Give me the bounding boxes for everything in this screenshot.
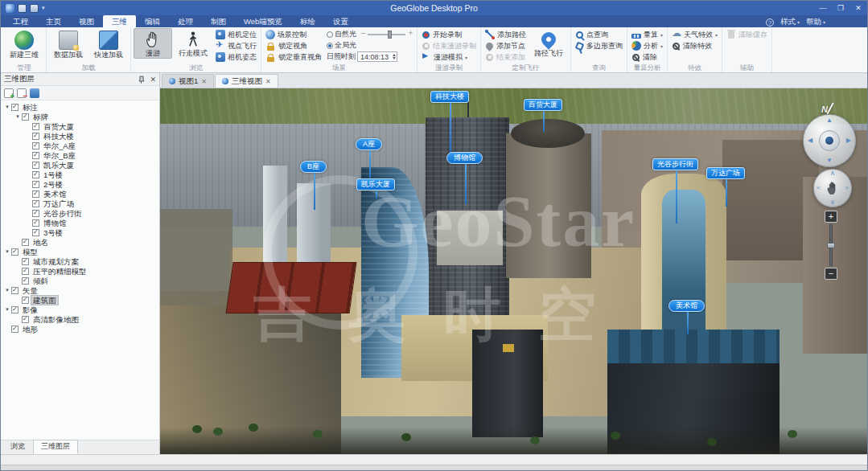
tree-item-华尔_A座[interactable]: 华尔_A座 xyxy=(1,141,159,150)
layer-checkbox[interactable] xyxy=(32,219,39,227)
billboard-A座[interactable]: A座 xyxy=(356,138,382,150)
global-light-radio[interactable] xyxy=(327,43,333,49)
remove-layer-icon[interactable] xyxy=(17,88,27,98)
ribbon-button-天气特效[interactable]: 天气特效 xyxy=(670,29,719,40)
billboard-label[interactable]: 凯乐大厦 xyxy=(356,178,395,190)
ribbon-button-清除特效[interactable]: 清除特效 xyxy=(670,40,719,51)
billboard-光谷步行街[interactable]: 光谷步行街 xyxy=(652,158,698,170)
tree-item-建筑面[interactable]: 建筑面 xyxy=(1,295,159,305)
ribbon-tab-Web端预览[interactable]: Web端预览 xyxy=(235,15,291,27)
layer-checkbox[interactable] xyxy=(22,258,29,265)
ribbon-button-视点飞行[interactable]: 视点飞行 xyxy=(214,40,258,51)
ribbon-tab-设置[interactable]: 设置 xyxy=(324,15,357,27)
tree-item-凯乐大厦[interactable]: 凯乐大厦 xyxy=(1,160,159,170)
expander-icon[interactable]: ▾ xyxy=(3,287,11,293)
expander-icon[interactable]: ▾ xyxy=(3,306,11,313)
billboard-label[interactable]: 百货大厦 xyxy=(524,99,562,111)
ribbon-button-漫游[interactable]: 漫游 xyxy=(134,28,172,59)
billboard-博物馆[interactable]: 博物馆 xyxy=(446,152,483,164)
menu-item-样式[interactable]: 样式 xyxy=(780,17,800,27)
tree-item-1号楼[interactable]: 1号楼 xyxy=(1,170,159,179)
billboard-label[interactable]: 科技大楼 xyxy=(430,91,469,103)
zoom-thumb[interactable] xyxy=(827,243,835,248)
add-layer-icon[interactable] xyxy=(4,88,14,98)
document-tab-三维视图[interactable]: 三维视图✕ xyxy=(215,74,278,88)
expander-icon[interactable]: ▾ xyxy=(3,248,11,255)
time-spinner[interactable] xyxy=(393,54,396,59)
ribbon-button-相机姿态[interactable]: 相机姿态 xyxy=(214,51,258,63)
ribbon-button-行走模式[interactable]: 行走模式 xyxy=(174,28,212,59)
layer-checkbox[interactable] xyxy=(32,200,39,207)
ribbon-tab-视图[interactable]: 视图 xyxy=(70,15,103,27)
layer-checkbox[interactable] xyxy=(11,287,19,294)
save-icon[interactable] xyxy=(18,4,27,13)
ribbon-button-添加路径[interactable]: 添加路径 xyxy=(483,29,528,40)
layer-checkbox[interactable] xyxy=(22,239,29,246)
close-button[interactable]: ✕ xyxy=(849,1,867,15)
tree-item-3号楼[interactable]: 3号楼 xyxy=(1,227,159,237)
tree-item-2号楼[interactable]: 2号楼 xyxy=(1,179,159,189)
compass-north-icon[interactable]: N xyxy=(821,104,828,114)
layer-checkbox[interactable] xyxy=(32,181,39,188)
quick-access-caret-icon[interactable] xyxy=(42,5,45,11)
light-intensity-slider[interactable] xyxy=(361,30,413,39)
slider-thumb[interactable] xyxy=(388,31,392,39)
ribbon-button-锁定视角[interactable]: 锁定视角 xyxy=(264,40,323,51)
tree-item-标注[interactable]: ▾标注 xyxy=(1,102,159,112)
rotate-right-icon[interactable]: ▶ xyxy=(846,137,851,144)
billboard-label[interactable]: 博物馆 xyxy=(446,152,483,164)
ribbon-tab-处理[interactable]: 处理 xyxy=(169,15,202,27)
ribbon-button-分析[interactable]: 分析 xyxy=(630,40,664,51)
layer-style-icon[interactable] xyxy=(30,88,39,98)
ribbon-button-新建三维[interactable]: 新建三维 xyxy=(5,28,43,60)
billboard-美术馆[interactable]: 美术馆 xyxy=(668,300,705,312)
layer-checkbox[interactable] xyxy=(11,326,19,333)
layer-checkbox[interactable] xyxy=(22,316,29,323)
tree-item-倾斜[interactable]: 倾斜 xyxy=(1,276,159,285)
expander-icon[interactable]: ▾ xyxy=(14,113,22,120)
zoom-in-button[interactable]: + xyxy=(825,211,837,223)
tree-item-高清影像地图[interactable]: 高清影像地图 xyxy=(1,314,159,324)
document-tab-视图1[interactable]: 视图1✕ xyxy=(162,74,214,88)
pan-down-icon[interactable]: ∨ xyxy=(830,199,835,206)
layer-checkbox[interactable] xyxy=(32,142,39,149)
ribbon-tab-工程[interactable]: 工程 xyxy=(4,15,37,27)
ribbon-button-场景控制[interactable]: 场景控制 xyxy=(264,29,323,40)
app-logo-icon[interactable] xyxy=(6,4,14,13)
panel-tab-浏览[interactable]: 浏览 xyxy=(2,440,33,454)
help-icon[interactable]: ? xyxy=(766,18,774,27)
pan-control[interactable]: ∧ ∨ < > xyxy=(813,169,852,207)
pin-icon[interactable] xyxy=(138,76,146,84)
layer-checkbox[interactable] xyxy=(11,248,19,256)
tree-item-标牌[interactable]: ▾标牌 xyxy=(1,112,159,121)
tab-close-icon[interactable]: ✕ xyxy=(265,78,271,85)
sun-time-input[interactable]: 14:08:13 xyxy=(357,51,397,62)
tree-item-影像[interactable]: ▾影像 xyxy=(1,305,159,314)
tab-close-icon[interactable]: ✕ xyxy=(201,78,207,85)
layer-checkbox[interactable] xyxy=(11,306,19,313)
tree-item-压平的精细模型[interactable]: 压平的精细模型 xyxy=(1,266,159,276)
rotate-control[interactable]: ▲ ▼ ◀ ▶ xyxy=(803,114,856,167)
billboard-凯乐大厦[interactable]: 凯乐大厦 xyxy=(356,178,395,190)
tree-item-矢量[interactable]: ▾矢量 xyxy=(1,285,159,295)
ribbon-tab-标绘[interactable]: 标绘 xyxy=(291,15,324,27)
ribbon-button-锁定垂直视角[interactable]: 锁定垂直视角 xyxy=(264,51,323,63)
layer-checkbox[interactable] xyxy=(22,277,29,285)
panel-tab-三维图层[interactable]: 三维图层 xyxy=(33,440,78,454)
ribbon-button-路径飞行[interactable]: 路径飞行 xyxy=(529,28,568,59)
layer-checkbox[interactable] xyxy=(32,210,39,217)
ribbon-button-数据加载[interactable]: 数据加载 xyxy=(49,28,88,60)
tree-item-模型[interactable]: ▾模型 xyxy=(1,247,159,256)
tree-item-万达广场[interactable]: 万达广场 xyxy=(1,199,159,208)
ribbon-tab-主页[interactable]: 主页 xyxy=(37,15,70,27)
rotate-up-icon[interactable]: ▲ xyxy=(826,117,833,124)
tree-item-百货大厦[interactable]: 百货大厦 xyxy=(1,121,159,131)
layer-checkbox[interactable] xyxy=(22,297,29,304)
panel-close-icon[interactable]: ✕ xyxy=(150,76,156,84)
3d-viewport[interactable]: GeoStar 吉奥时空 科技大楼百货大厦A座B座博物馆凯乐大厦光谷步行街万达广… xyxy=(160,88,867,454)
ribbon-button-开始录制[interactable]: 开始录制 xyxy=(420,29,478,40)
billboard-label[interactable]: 美术馆 xyxy=(668,300,705,312)
layer-checkbox[interactable] xyxy=(32,171,39,178)
minimize-button[interactable]: — xyxy=(814,1,832,15)
layer-checkbox[interactable] xyxy=(32,123,39,130)
